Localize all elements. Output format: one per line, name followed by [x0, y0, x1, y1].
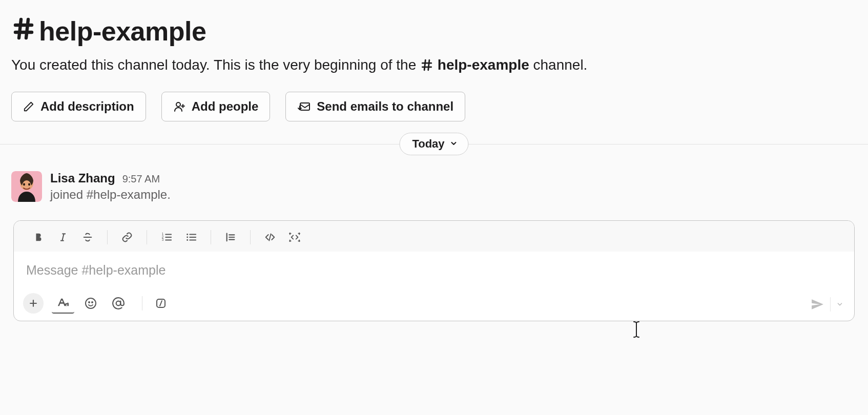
svg-line-7 — [428, 60, 429, 70]
attach-button[interactable] — [23, 293, 44, 314]
system-event: Lisa Zhang 9:57 AM joined #help-example. — [11, 171, 857, 202]
intro-channel-name: help-example — [438, 57, 529, 73]
toolbar-separator — [142, 296, 142, 310]
code-button[interactable] — [258, 228, 282, 246]
send-group — [807, 295, 847, 314]
hash-icon — [420, 57, 438, 73]
svg-point-40 — [86, 298, 96, 308]
ordered-list-button[interactable]: 123 — [154, 228, 179, 246]
date-label: Today — [412, 137, 444, 151]
event-username[interactable]: Lisa Zhang — [50, 171, 115, 185]
hash-icon — [11, 16, 36, 46]
svg-point-8 — [176, 102, 180, 107]
message-input[interactable]: Message #help-example — [14, 252, 854, 290]
svg-point-30 — [187, 234, 188, 235]
intro-suffix: channel. — [533, 57, 588, 73]
pencil-icon — [23, 101, 34, 112]
blockquote-button[interactable] — [218, 228, 243, 246]
svg-point-31 — [187, 237, 188, 238]
svg-line-37 — [269, 234, 271, 241]
add-people-label: Add people — [192, 99, 259, 114]
link-button[interactable] — [115, 228, 139, 246]
toolbar-separator — [211, 230, 211, 244]
chevron-down-icon — [450, 137, 458, 151]
italic-button[interactable] — [51, 228, 75, 246]
add-description-button[interactable]: Add description — [11, 92, 146, 121]
svg-point-42 — [92, 302, 93, 303]
toolbar-separator — [830, 297, 831, 312]
email-to-channel-icon — [297, 100, 311, 113]
svg-point-16 — [28, 183, 30, 186]
svg-line-45 — [160, 301, 162, 306]
add-people-button[interactable]: Add people — [161, 92, 271, 121]
svg-line-3 — [26, 19, 28, 38]
message-composer: 123 Message #help-example — [13, 220, 855, 321]
send-emails-button[interactable]: Send emails to channel — [285, 92, 465, 121]
add-person-icon — [173, 100, 185, 113]
text-cursor-icon — [631, 321, 642, 340]
format-toolbar: 123 — [14, 221, 854, 252]
format-toggle-button[interactable] — [52, 293, 74, 314]
strikethrough-button[interactable] — [75, 228, 100, 246]
channel-view: help-example You created this channel to… — [0, 0, 868, 415]
svg-point-43 — [116, 301, 121, 306]
codeblock-button[interactable] — [282, 228, 307, 246]
svg-line-6 — [424, 60, 425, 70]
svg-point-15 — [23, 183, 25, 186]
add-description-label: Add description — [40, 99, 134, 114]
event-text: Lisa Zhang 9:57 AM joined #help-example. — [50, 171, 171, 202]
send-button[interactable] — [807, 295, 828, 314]
intro-prefix: You created this channel today. This is … — [11, 57, 420, 73]
composer-bottom-bar — [14, 290, 854, 321]
bullet-list-button[interactable] — [179, 228, 203, 246]
toolbar-separator — [250, 230, 251, 244]
channel-action-row: Add description Add people — [11, 92, 857, 121]
shortcuts-button[interactable] — [150, 293, 172, 314]
toolbar-separator — [107, 230, 108, 244]
svg-rect-11 — [300, 103, 309, 110]
send-options-button[interactable] — [833, 295, 847, 314]
event-timestamp[interactable]: 9:57 AM — [122, 173, 160, 185]
channel-title: help-example — [11, 16, 857, 46]
date-pill[interactable]: Today — [399, 133, 468, 155]
svg-line-19 — [62, 234, 64, 241]
emoji-button[interactable] — [79, 293, 102, 314]
event-message: joined #help-example. — [50, 188, 171, 202]
avatar[interactable] — [11, 171, 42, 202]
channel-name: help-example — [39, 17, 206, 46]
bold-button[interactable] — [26, 228, 51, 246]
svg-text:3: 3 — [162, 238, 164, 242]
svg-point-32 — [187, 239, 188, 241]
toolbar-separator — [147, 230, 147, 244]
send-emails-label: Send emails to channel — [317, 99, 453, 114]
mention-button[interactable] — [107, 293, 130, 314]
date-divider: Today — [0, 144, 868, 144]
channel-intro: You created this channel today. This is … — [11, 55, 857, 75]
svg-point-41 — [89, 302, 90, 303]
svg-line-2 — [19, 19, 21, 38]
